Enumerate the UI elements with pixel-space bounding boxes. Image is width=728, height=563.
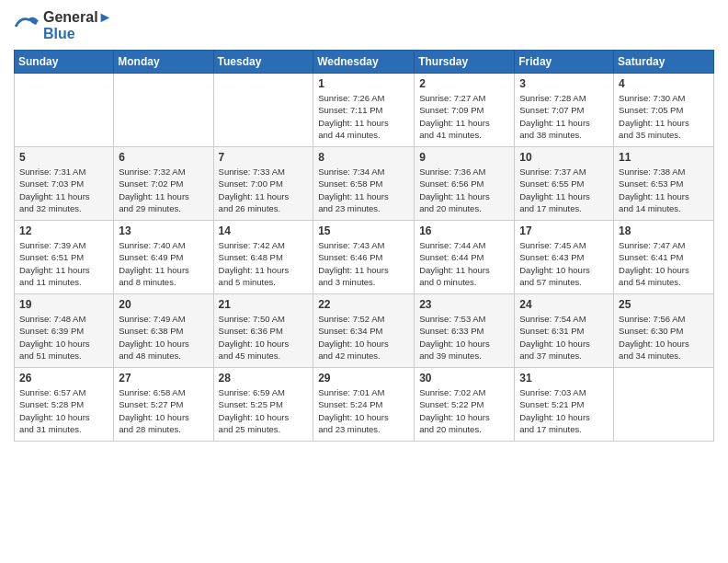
calendar-cell: 10Sunrise: 7:37 AMSunset: 6:55 PMDayligh…	[515, 147, 614, 221]
day-info: Sunrise: 7:49 AMSunset: 6:38 PMDaylight:…	[119, 313, 208, 362]
day-number: 20	[119, 298, 208, 311]
day-info: Sunrise: 7:27 AMSunset: 7:09 PMDaylight:…	[419, 92, 509, 141]
logo-text: General► Blue	[43, 9, 112, 42]
calendar-cell: 28Sunrise: 6:59 AMSunset: 5:25 PMDayligh…	[213, 368, 313, 442]
day-number: 28	[219, 372, 309, 385]
calendar-cell: 23Sunrise: 7:53 AMSunset: 6:33 PMDayligh…	[415, 294, 515, 368]
day-info: Sunrise: 7:52 AMSunset: 6:34 PMDaylight:…	[318, 313, 409, 362]
calendar-table: Sunday Monday Tuesday Wednesday Thursday…	[14, 50, 714, 442]
day-info: Sunrise: 7:54 AMSunset: 6:31 PMDaylight:…	[519, 313, 609, 362]
day-number: 17	[519, 224, 609, 237]
day-info: Sunrise: 7:34 AMSunset: 6:58 PMDaylight:…	[318, 166, 409, 214]
weekday-header-row: Sunday Monday Tuesday Wednesday Thursday…	[15, 51, 714, 74]
calendar-cell: 27Sunrise: 6:58 AMSunset: 5:27 PMDayligh…	[114, 368, 213, 442]
day-info: Sunrise: 7:31 AMSunset: 7:03 PMDaylight:…	[19, 166, 108, 214]
day-info: Sunrise: 7:28 AMSunset: 7:07 PMDaylight:…	[519, 92, 609, 141]
calendar-week-2: 5Sunrise: 7:31 AMSunset: 7:03 PMDaylight…	[15, 147, 714, 221]
day-number: 27	[119, 372, 208, 385]
day-info: Sunrise: 7:42 AMSunset: 6:48 PMDaylight:…	[219, 239, 309, 288]
calendar-week-5: 26Sunrise: 6:57 AMSunset: 5:28 PMDayligh…	[15, 368, 714, 442]
day-number: 4	[619, 77, 709, 90]
day-info: Sunrise: 7:38 AMSunset: 6:53 PMDaylight:…	[619, 166, 709, 214]
calendar-cell: 31Sunrise: 7:03 AMSunset: 5:21 PMDayligh…	[515, 368, 614, 442]
calendar-cell: 4Sunrise: 7:30 AMSunset: 7:05 PMDaylight…	[614, 74, 714, 147]
calendar-cell: 11Sunrise: 7:38 AMSunset: 6:53 PMDayligh…	[614, 147, 714, 221]
calendar-cell: 30Sunrise: 7:02 AMSunset: 5:22 PMDayligh…	[415, 368, 515, 442]
day-number: 8	[318, 151, 409, 164]
calendar-cell: 29Sunrise: 7:01 AMSunset: 5:24 PMDayligh…	[313, 368, 415, 442]
calendar-week-3: 12Sunrise: 7:39 AMSunset: 6:51 PMDayligh…	[15, 221, 714, 294]
day-number: 7	[219, 151, 309, 164]
day-info: Sunrise: 7:44 AMSunset: 6:44 PMDaylight:…	[419, 239, 509, 288]
calendar-cell: 17Sunrise: 7:45 AMSunset: 6:43 PMDayligh…	[515, 221, 614, 294]
day-number: 24	[519, 298, 609, 311]
day-info: Sunrise: 7:40 AMSunset: 6:49 PMDaylight:…	[119, 239, 208, 288]
calendar-cell: 24Sunrise: 7:54 AMSunset: 6:31 PMDayligh…	[515, 294, 614, 368]
calendar-cell: 6Sunrise: 7:32 AMSunset: 7:02 PMDaylight…	[114, 147, 213, 221]
day-info: Sunrise: 7:30 AMSunset: 7:05 PMDaylight:…	[619, 92, 709, 141]
day-number: 6	[119, 151, 208, 164]
calendar-container: General► Blue Sunday Monday Tuesday Wedn…	[0, 0, 728, 451]
calendar-cell: 19Sunrise: 7:48 AMSunset: 6:39 PMDayligh…	[15, 294, 114, 368]
calendar-cell: 14Sunrise: 7:42 AMSunset: 6:48 PMDayligh…	[213, 221, 313, 294]
day-number: 5	[19, 151, 108, 164]
calendar-cell: 22Sunrise: 7:52 AMSunset: 6:34 PMDayligh…	[313, 294, 415, 368]
day-info: Sunrise: 7:56 AMSunset: 6:30 PMDaylight:…	[619, 313, 709, 362]
logo-icon	[14, 15, 40, 37]
day-info: Sunrise: 6:59 AMSunset: 5:25 PMDaylight:…	[219, 386, 309, 435]
calendar-cell: 25Sunrise: 7:56 AMSunset: 6:30 PMDayligh…	[614, 294, 714, 368]
calendar-cell	[15, 74, 114, 147]
calendar-cell: 5Sunrise: 7:31 AMSunset: 7:03 PMDaylight…	[15, 147, 114, 221]
calendar-cell: 16Sunrise: 7:44 AMSunset: 6:44 PMDayligh…	[415, 221, 515, 294]
day-info: Sunrise: 7:43 AMSunset: 6:46 PMDaylight:…	[318, 239, 409, 288]
logo: General► Blue	[14, 9, 112, 42]
calendar-cell: 20Sunrise: 7:49 AMSunset: 6:38 PMDayligh…	[114, 294, 213, 368]
calendar-cell: 7Sunrise: 7:33 AMSunset: 7:00 PMDaylight…	[213, 147, 313, 221]
day-number: 19	[19, 298, 108, 311]
calendar-cell: 1Sunrise: 7:26 AMSunset: 7:11 PMDaylight…	[313, 74, 415, 147]
header-friday: Friday	[515, 51, 614, 74]
day-info: Sunrise: 7:48 AMSunset: 6:39 PMDaylight:…	[19, 313, 108, 362]
calendar-cell: 2Sunrise: 7:27 AMSunset: 7:09 PMDaylight…	[415, 74, 515, 147]
day-number: 30	[419, 372, 509, 385]
day-number: 3	[519, 77, 609, 90]
day-info: Sunrise: 7:33 AMSunset: 7:00 PMDaylight:…	[219, 166, 309, 214]
day-number: 15	[318, 224, 409, 237]
calendar-cell	[213, 74, 313, 147]
day-number: 14	[219, 224, 309, 237]
header-saturday: Saturday	[614, 51, 714, 74]
day-info: Sunrise: 7:01 AMSunset: 5:24 PMDaylight:…	[318, 386, 409, 435]
day-info: Sunrise: 7:50 AMSunset: 6:36 PMDaylight:…	[219, 313, 309, 362]
calendar-week-1: 1Sunrise: 7:26 AMSunset: 7:11 PMDaylight…	[15, 74, 714, 147]
calendar-cell: 8Sunrise: 7:34 AMSunset: 6:58 PMDaylight…	[313, 147, 415, 221]
calendar-cell	[614, 368, 714, 442]
day-info: Sunrise: 7:37 AMSunset: 6:55 PMDaylight:…	[519, 166, 609, 214]
calendar-cell: 21Sunrise: 7:50 AMSunset: 6:36 PMDayligh…	[213, 294, 313, 368]
day-info: Sunrise: 7:53 AMSunset: 6:33 PMDaylight:…	[419, 313, 509, 362]
day-number: 18	[619, 224, 709, 237]
day-number: 16	[419, 224, 509, 237]
day-number: 22	[318, 298, 409, 311]
day-info: Sunrise: 7:26 AMSunset: 7:11 PMDaylight:…	[318, 92, 409, 141]
header-thursday: Thursday	[415, 51, 515, 74]
day-info: Sunrise: 6:58 AMSunset: 5:27 PMDaylight:…	[119, 386, 208, 435]
calendar-week-4: 19Sunrise: 7:48 AMSunset: 6:39 PMDayligh…	[15, 294, 714, 368]
day-number: 11	[619, 151, 709, 164]
day-number: 21	[219, 298, 309, 311]
day-number: 1	[318, 77, 409, 90]
day-number: 9	[419, 151, 509, 164]
calendar-cell: 9Sunrise: 7:36 AMSunset: 6:56 PMDaylight…	[415, 147, 515, 221]
header-wednesday: Wednesday	[313, 51, 415, 74]
calendar-cell: 18Sunrise: 7:47 AMSunset: 6:41 PMDayligh…	[614, 221, 714, 294]
day-number: 23	[419, 298, 509, 311]
day-number: 31	[519, 372, 609, 385]
header-sunday: Sunday	[15, 51, 114, 74]
day-info: Sunrise: 7:45 AMSunset: 6:43 PMDaylight:…	[519, 239, 609, 288]
calendar-cell: 15Sunrise: 7:43 AMSunset: 6:46 PMDayligh…	[313, 221, 415, 294]
header-monday: Monday	[114, 51, 213, 74]
day-info: Sunrise: 7:39 AMSunset: 6:51 PMDaylight:…	[19, 239, 108, 288]
header-tuesday: Tuesday	[213, 51, 313, 74]
day-info: Sunrise: 6:57 AMSunset: 5:28 PMDaylight:…	[19, 386, 108, 435]
day-number: 26	[19, 372, 108, 385]
header: General► Blue	[14, 9, 714, 42]
